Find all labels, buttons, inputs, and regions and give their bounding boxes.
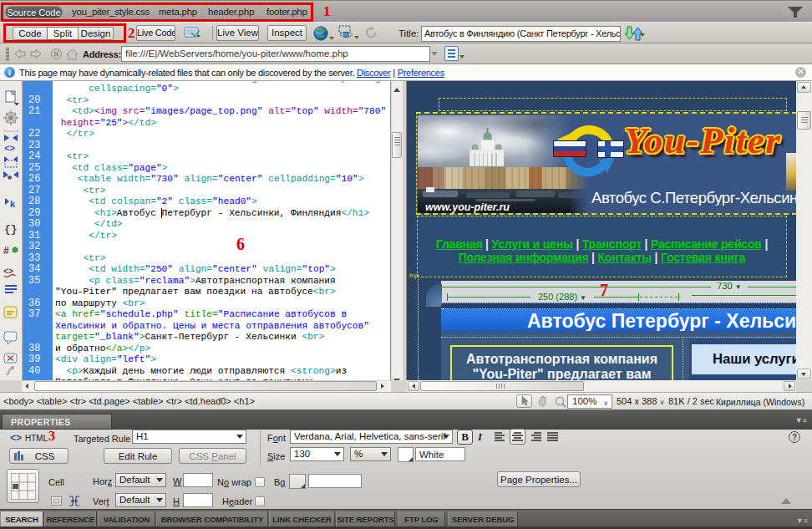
svg-text:k: k <box>10 199 16 209</box>
svg-text:#: # <box>3 245 9 257</box>
svg-text:<>: <> <box>4 144 16 154</box>
svg-text:{}: {} <box>4 223 18 236</box>
svg-text:*: * <box>8 173 13 186</box>
svg-text:<>: <> <box>3 267 13 277</box>
